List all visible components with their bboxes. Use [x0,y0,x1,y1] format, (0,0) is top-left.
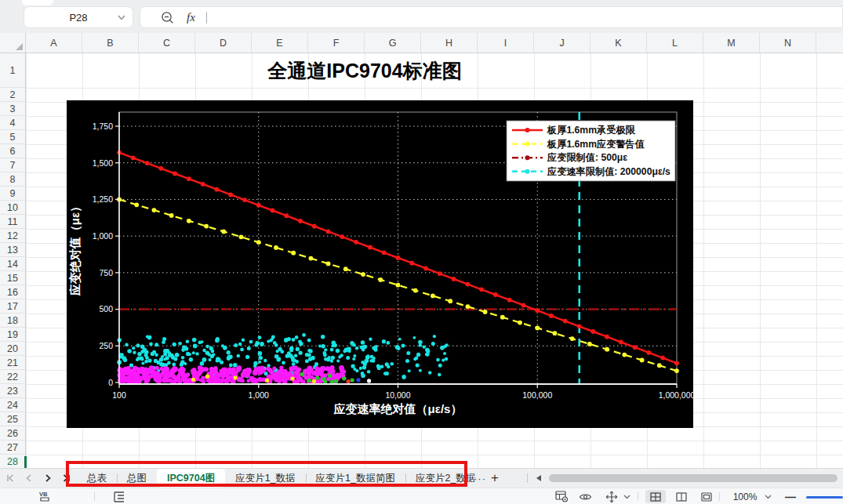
macro-vb-icon[interactable]: VB [36,488,56,504]
formula-bar[interactable]: fx [140,6,843,28]
row-header-21[interactable]: 21 [0,356,25,370]
red-points [347,379,351,383]
sheet-title-cell[interactable]: 全通道IPC9704标准图 [208,55,521,86]
row-headers: 1234567891011121314151617181920212223242… [0,53,26,468]
cell-reference-value: P28 [69,12,87,24]
row-header-12[interactable]: 12 [0,229,25,243]
zoom-out-icon[interactable] [161,11,174,24]
sheet-tabs: 总表总图IPC9704图应变片1_数据应变片1_数据简图应变片2_数据 [77,469,485,488]
view-normal-button[interactable] [645,490,666,503]
first-sheet-button[interactable] [5,472,17,484]
row-header-27[interactable]: 27 [0,441,25,455]
row-header-17[interactable]: 17 [0,299,25,314]
row-header-3[interactable]: 3 [0,102,25,116]
column-header-B[interactable]: B [82,33,139,53]
chevron-down-icon[interactable] [118,15,125,20]
row-header-4[interactable]: 4 [0,116,25,130]
column-header-F[interactable]: F [308,33,365,53]
y-tick-label: 1,250 [93,194,113,204]
next-sheet-button[interactable] [42,472,54,484]
fx-icon: fx [187,11,195,24]
outline-panel-icon[interactable] [110,488,129,504]
row-header-20[interactable]: 20 [0,342,25,356]
white-points [367,379,371,383]
column-header-I[interactable]: I [478,33,534,53]
row-header-13[interactable]: 13 [0,243,25,257]
row-header-28[interactable]: 28 [0,455,25,468]
column-header-E[interactable]: E [252,33,308,53]
column-header-C[interactable]: C [139,33,195,53]
column-header-D[interactable]: D [195,33,252,53]
chart-object[interactable]: 02505007501,0001,2501,5001,7501001,00010… [67,100,693,428]
row-header-6[interactable]: 6 [0,144,25,158]
add-sheet-button[interactable]: + [491,469,499,488]
legend-label: 应变限制值: 500με [547,152,627,163]
ipc9704-chart: 02505007501,0001,2501,5001,7501001,00010… [67,100,693,428]
sheet-grid[interactable]: 全通道IPC9704标准图 02505007501,0001,2501,5001… [26,53,843,468]
sheet-tab-5[interactable]: 应变片1_数据简图 [306,469,405,488]
y-tick-label: 1,750 [93,121,113,131]
scroll-left-arrow[interactable] [536,475,541,481]
row-header-9[interactable]: 9 [0,187,25,201]
row-header-7[interactable]: 7 [0,158,25,172]
sheet-tab-4[interactable]: 应变片1_数据 [225,469,305,488]
blue-points [356,378,360,382]
sheet-tab-2[interactable]: 总图 [117,469,157,488]
row-header-11[interactable]: 11 [0,215,25,229]
formula-input-cursor[interactable] [206,12,207,24]
view-page-layout-button[interactable] [696,490,717,503]
row-header-22[interactable]: 22 [0,370,25,384]
move-selection-icon[interactable] [602,488,621,504]
x-tick-label: 100 [112,390,126,400]
board-settings-icon[interactable] [551,488,572,504]
column-header-M[interactable]: M [703,33,760,53]
eye-icon[interactable] [576,488,594,504]
cell-reference-box[interactable]: P28 [24,6,133,28]
row-header-14[interactable]: 14 [0,257,25,271]
zoom-out-button[interactable]: — [783,488,798,504]
column-header-L[interactable]: L [647,33,703,53]
more-sheets-button[interactable]: ··· [474,469,486,488]
select-all-corner[interactable] [0,33,26,53]
y-tick-label: 500 [99,304,113,314]
column-header-N[interactable]: N [760,33,816,53]
legend-marker [525,169,530,174]
view-page-break-button[interactable] [671,490,692,503]
row-header-15[interactable]: 15 [0,271,25,285]
previous-sheet-button[interactable] [22,472,35,484]
move-chevron-icon[interactable] [622,488,631,504]
row-header-19[interactable]: 19 [0,328,25,342]
row-header-5[interactable]: 5 [0,130,25,144]
column-header-H[interactable]: H [421,33,478,53]
row-header-25[interactable]: 25 [0,412,25,426]
legend-marker [525,128,530,132]
row-header-16[interactable]: 16 [0,285,25,299]
row-header-23[interactable]: 23 [0,384,25,398]
row-header-8[interactable]: 8 [0,172,25,187]
row-header-2[interactable]: 2 [0,88,25,102]
x-tick-label: 1,000 [249,390,269,400]
sheet-tab-1[interactable]: 总表 [77,469,117,488]
sheet-tab-3[interactable]: IPC9704图 [157,469,225,488]
row-header-26[interactable]: 26 [0,426,25,441]
column-header-K[interactable]: K [590,33,647,53]
zoom-slider[interactable] [806,496,843,499]
column-header-partial[interactable] [816,33,843,53]
x-tick-label: 10,000 [385,390,410,400]
column-header-A[interactable]: A [26,33,82,53]
magenta-scatter [117,365,346,385]
statusbar-divider [719,492,720,501]
horizontal-scrollbar[interactable] [549,474,838,482]
last-sheet-button[interactable] [60,472,72,484]
row-header-10[interactable]: 10 [0,201,25,215]
column-header-G[interactable]: G [365,33,421,53]
column-header-J[interactable]: J [534,33,590,53]
row-header-18[interactable]: 18 [0,314,25,328]
zoom-chevron-icon[interactable] [763,488,772,504]
row-header-1[interactable]: 1 [0,53,25,88]
row-header-24[interactable]: 24 [0,398,25,412]
zoom-level-label[interactable]: 100% [730,488,760,504]
y-tick-label: 750 [99,268,113,277]
legend-marker [525,155,530,160]
status-bar: VB 100% — [0,488,843,504]
